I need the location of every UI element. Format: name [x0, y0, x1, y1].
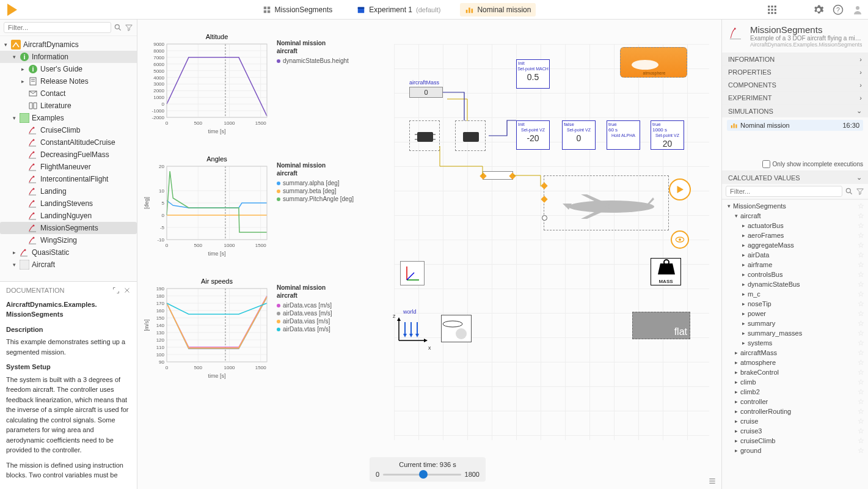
tree-item-intercontinentalflight[interactable]: IntercontinentalFlight [0, 173, 137, 185]
tree-item-user's guide[interactable]: ▸iUser's Guide [0, 63, 137, 75]
star-icon[interactable]: ☆ [858, 397, 864, 406]
calc-item-cruise3[interactable]: ▸cruise3☆ [722, 426, 868, 436]
star-icon[interactable]: ☆ [858, 290, 864, 298]
star-icon[interactable]: ☆ [858, 241, 864, 249]
star-icon[interactable]: ☆ [858, 368, 864, 377]
chip-block-2[interactable] [455, 120, 486, 151]
star-icon[interactable]: ☆ [858, 427, 864, 435]
star-icon[interactable]: ☆ [858, 329, 864, 337]
diagram-column[interactable]: atmosphere Init Set-point MACH 0.5 aircr… [382, 20, 721, 489]
tree-item-landing[interactable]: Landing [0, 185, 137, 197]
left-filter-input[interactable] [4, 22, 111, 33]
calc-item-controlsbus[interactable]: ▸controlsBus☆ [722, 270, 868, 279]
help-icon[interactable]: ? [833, 4, 844, 15]
slider-thumb[interactable] [419, 470, 428, 479]
user-icon[interactable] [852, 4, 863, 15]
calc-item-summary[interactable]: ▸summary☆ [722, 318, 868, 328]
block-hold-alpha-2[interactable]: true60 sHold ALPHA [607, 120, 640, 150]
calc-item-atmosphere[interactable]: ▸atmosphere☆ [722, 358, 868, 367]
bus-connector[interactable] [483, 171, 513, 180]
tree-item-landingnguyen[interactable]: LandingNguyen [0, 210, 137, 222]
calc-item-missionsegments[interactable]: ▾MissionSegments☆ [722, 201, 868, 211]
frame-block[interactable] [400, 261, 425, 285]
tree-item-quasistatic[interactable]: ▸QuasiStatic [0, 246, 137, 259]
star-icon[interactable]: ☆ [858, 231, 864, 240]
mass-block[interactable]: MASS [651, 258, 681, 285]
calc-item-cruise[interactable]: ▸cruise☆ [722, 416, 868, 426]
calc-item-controllerrouting[interactable]: ▸controllerRouting☆ [722, 406, 868, 416]
tree-item-literature[interactable]: Literature [0, 100, 137, 112]
play-button[interactable] [669, 178, 691, 200]
search-icon[interactable] [845, 187, 853, 196]
flat-ground-block[interactable]: flat [632, 312, 690, 339]
block-set-point-vz-0[interactable]: InitSet-point VZ-20 [516, 120, 550, 150]
star-icon[interactable]: ☆ [858, 280, 864, 289]
block-init-mach[interactable]: Init Set-point MACH 0.5 [516, 59, 550, 89]
calc-item-aggregatemass[interactable]: ▸aggregateMass☆ [722, 240, 868, 250]
star-icon[interactable]: ☆ [858, 319, 864, 328]
calc-item-actuatorbus[interactable]: ▸actuatorBus☆ [722, 221, 868, 230]
star-icon[interactable]: ☆ [858, 407, 864, 416]
view-button[interactable] [671, 230, 689, 249]
tab-missionsegments[interactable]: MissionSegments [258, 3, 338, 17]
tree-item-wingsizing[interactable]: WingSizing [0, 234, 137, 246]
incomplete-checkbox[interactable] [762, 160, 770, 168]
calc-item-controller[interactable]: ▸controller☆ [722, 397, 868, 406]
calc-item-m_c[interactable]: ▸m_c☆ [722, 289, 868, 299]
tree-item-cruiseclimb[interactable]: CruiseClimb [0, 124, 137, 136]
star-icon[interactable]: ☆ [858, 348, 864, 357]
calc-item-aeroframes[interactable]: ▸aeroFrames☆ [722, 230, 868, 240]
star-icon[interactable]: ☆ [858, 309, 864, 318]
star-icon[interactable]: ☆ [858, 436, 864, 445]
list-icon[interactable] [708, 477, 717, 485]
star-icon[interactable]: ☆ [858, 251, 864, 259]
star-icon[interactable]: ☆ [858, 270, 864, 279]
calc-item-aircraft[interactable]: ▾aircraft☆ [722, 211, 868, 221]
calc-item-airframe[interactable]: ▸airframe☆ [722, 260, 868, 270]
star-icon[interactable]: ☆ [858, 211, 864, 220]
calc-values-header[interactable]: CALCULATED VALUES ⌄ [722, 171, 868, 184]
star-icon[interactable]: ☆ [858, 417, 864, 425]
slider-track[interactable] [383, 474, 461, 476]
section-information[interactable]: INFORMATION› [722, 53, 868, 65]
calc-item-airdata[interactable]: ▸airData☆ [722, 250, 868, 260]
close-icon[interactable] [123, 287, 131, 294]
calc-item-ground[interactable]: ▸ground☆ [722, 446, 868, 455]
calc-item-summary_masses[interactable]: ▸summary_masses☆ [722, 328, 868, 338]
tree-item-aircraftdynamics[interactable]: ▾AircraftDynamics [0, 39, 137, 51]
calc-filter-input[interactable] [726, 186, 842, 197]
calc-item-climb[interactable]: ▸climb☆ [722, 377, 868, 387]
aircraft-block[interactable] [544, 175, 669, 230]
star-icon[interactable]: ☆ [858, 221, 864, 230]
calc-item-climb2[interactable]: ▸climb2☆ [722, 387, 868, 397]
calc-item-aircraftmass[interactable]: ▸aircraftMass☆ [722, 348, 868, 358]
star-icon[interactable]: ☆ [858, 202, 864, 210]
tree-item-constantaltitudecruise[interactable]: ConstantAltitudeCruise [0, 136, 137, 149]
calc-item-dynamicstatebus[interactable]: ▸dynamicStateBus☆ [722, 279, 868, 289]
star-icon[interactable]: ☆ [858, 446, 864, 455]
wing-block[interactable] [441, 315, 472, 342]
block-set-point-vz-3[interactable]: true1000 sSet-point VZ20 [651, 120, 684, 150]
tree-item-examples[interactable]: ▾Examples [0, 112, 137, 124]
tree-item-flightmaneuver[interactable]: FlightManeuver [0, 161, 137, 173]
tree-item-landingstevens[interactable]: LandingStevens [0, 197, 137, 210]
star-icon[interactable]: ☆ [858, 378, 864, 386]
star-icon[interactable]: ☆ [858, 300, 864, 308]
chart-angles[interactable]: Angles-10-5051020050010001500time [s][de… [142, 154, 271, 258]
atmosphere-block[interactable]: atmosphere [620, 47, 687, 78]
chip-block-1[interactable] [409, 120, 440, 151]
star-icon[interactable]: ☆ [858, 260, 864, 269]
chart-altitude[interactable]: Altitude-2000-10000100020003000400050006… [142, 32, 271, 136]
section-components[interactable]: COMPONENTS› [722, 79, 868, 91]
tree-item-information[interactable]: ▾iInformation [0, 51, 137, 63]
tree-item-contact[interactable]: Contact [0, 87, 137, 100]
filter-funnel-icon[interactable] [125, 23, 133, 32]
apps-icon[interactable] [767, 4, 778, 15]
expand-icon[interactable] [112, 287, 120, 294]
aircraft-mass-value[interactable]: 0 [409, 87, 443, 98]
section-properties[interactable]: PROPERTIES› [722, 66, 868, 78]
calc-item-systems[interactable]: ▸systems☆ [722, 338, 868, 348]
incomplete-checkbox-row[interactable]: Only show incomplete executions [722, 158, 868, 171]
gear-icon[interactable] [813, 4, 824, 15]
search-icon[interactable] [114, 23, 122, 32]
